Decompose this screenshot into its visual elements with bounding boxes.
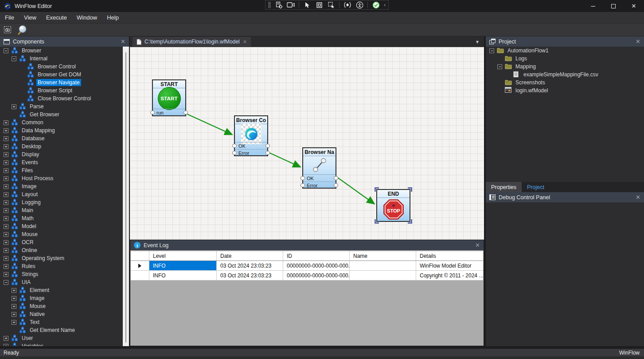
tree-expander[interactable]: + <box>12 320 16 325</box>
port-connector[interactable] <box>301 183 305 187</box>
tree-item[interactable]: + Variables <box>0 342 123 346</box>
column-header-level[interactable]: Level <box>149 251 217 260</box>
port-connector[interactable] <box>183 110 188 114</box>
tree-expander[interactable]: + <box>4 152 8 157</box>
tree-expander[interactable]: + <box>4 248 8 253</box>
tree-expander[interactable]: + <box>4 200 8 205</box>
cell-details[interactable]: WinFlow Model Editor <box>416 261 483 270</box>
tree-expander[interactable]: + <box>4 256 8 261</box>
port-connector[interactable] <box>334 183 338 187</box>
tree-item[interactable]: + Mouse <box>0 230 123 238</box>
node-start[interactable]: START START run <box>152 79 186 116</box>
close-icon[interactable]: ✕ <box>636 194 640 201</box>
tree-expander[interactable]: + <box>12 296 16 301</box>
tree-expander[interactable]: + <box>4 216 8 221</box>
tree-item[interactable]: + Rules <box>0 262 123 270</box>
tree-item[interactable]: − Internal <box>0 55 123 63</box>
tree-item[interactable]: + Main <box>0 206 123 214</box>
menu-help[interactable]: Help <box>102 12 124 23</box>
tree-expander[interactable]: + <box>4 176 8 181</box>
tree-expander[interactable]: + <box>12 304 16 309</box>
port-connector[interactable] <box>150 110 155 114</box>
row-selector-cell[interactable] <box>131 271 149 280</box>
screenshot-icon[interactable] <box>4 26 12 34</box>
cell-details[interactable]: Copyright © 2011 - 2024 ... <box>416 271 483 280</box>
selection-handle[interactable] <box>375 187 379 192</box>
menu-execute[interactable]: Execute <box>41 12 72 23</box>
capture-cursor-icon[interactable] <box>327 1 335 9</box>
camera-icon[interactable] <box>287 1 295 9</box>
port-connector[interactable] <box>265 144 270 148</box>
selection-handle[interactable] <box>408 187 412 192</box>
close-icon[interactable]: ✕ <box>121 38 125 45</box>
tree-item[interactable]: Browser Get DOM <box>0 71 123 79</box>
node-browser-navigate[interactable]: Browser Na OK Error <box>302 147 336 189</box>
tree-item[interactable]: Browser Script <box>0 87 123 95</box>
column-header-name[interactable]: Name <box>350 251 416 260</box>
tree-expander[interactable]: + <box>12 312 16 317</box>
cursor-icon[interactable] <box>303 1 311 9</box>
tree-expander[interactable]: + <box>4 264 8 269</box>
cell-name[interactable] <box>350 261 416 270</box>
port-connector[interactable] <box>301 176 305 180</box>
node-end[interactable]: END STOP <box>376 189 410 222</box>
tree-item[interactable]: + Data Mapping <box>0 126 123 134</box>
menu-file[interactable]: File <box>0 12 19 23</box>
tree-expander[interactable]: + <box>4 232 8 237</box>
magnifier-icon[interactable] <box>17 24 28 36</box>
tree-item[interactable]: + Native <box>0 310 123 318</box>
tree-item[interactable]: + Files <box>0 166 123 174</box>
tree-item[interactable]: + Operating System <box>0 254 123 262</box>
form-target-icon[interactable] <box>275 1 283 9</box>
tree-item[interactable]: − UIA <box>0 278 123 286</box>
column-header-id[interactable]: ID <box>283 251 350 260</box>
cell-id[interactable]: 00000000-0000-0000-000... <box>283 271 350 280</box>
close-button[interactable]: ✕ <box>624 0 644 12</box>
tab-close-icon[interactable]: ✕ <box>243 39 247 45</box>
cell-level[interactable]: INFO <box>149 271 217 280</box>
tree-item[interactable]: + Model <box>0 222 123 230</box>
check-circle-icon[interactable] <box>372 1 380 9</box>
tree-expander[interactable]: + <box>12 288 16 293</box>
cell-date[interactable]: 03 Oct 2024 23:03:23 <box>217 261 283 270</box>
tree-expander[interactable]: + <box>4 224 8 229</box>
menu-window[interactable]: Window <box>72 12 102 23</box>
cell-level[interactable]: INFO <box>149 261 217 270</box>
column-header-date[interactable]: Date <box>217 251 283 260</box>
tree-item[interactable]: + OCR <box>0 238 123 246</box>
tree-item[interactable]: Browser Navigate <box>0 79 123 87</box>
port-connector[interactable] <box>232 144 237 148</box>
tree-expander[interactable]: + <box>4 168 8 173</box>
tree-item[interactable]: + Events <box>0 158 123 166</box>
node-browser-control[interactable]: Browser Co OK Error <box>234 115 268 156</box>
tree-item[interactable]: + Image <box>0 294 123 302</box>
selection-box-icon[interactable] <box>315 1 323 9</box>
tree-item[interactable]: + Mouse <box>0 302 123 310</box>
tab-properties[interactable]: Properties <box>486 182 522 192</box>
tree-expander[interactable]: + <box>4 192 8 197</box>
tree-expander[interactable]: − <box>4 280 8 285</box>
cell-date[interactable]: 03 Oct 2024 23:03:23 <box>217 271 283 280</box>
tree-expander[interactable]: + <box>4 120 8 125</box>
tree-expander[interactable]: + <box>4 336 8 341</box>
tree-item[interactable]: + Math <box>0 214 123 222</box>
tree-expander[interactable]: − <box>497 64 502 69</box>
tree-item[interactable]: Get Element Name <box>0 326 123 334</box>
tree-item[interactable]: + Text <box>0 318 123 326</box>
tree-item[interactable]: login.wfModel <box>486 87 644 95</box>
tab-project[interactable]: Project <box>522 182 550 192</box>
table-row[interactable]: INFO 03 Oct 2024 23:03:23 00000000-0000-… <box>131 261 483 271</box>
flow-canvas[interactable]: START START run Browser Co <box>130 47 484 240</box>
tree-expander[interactable]: − <box>4 48 8 53</box>
cell-id[interactable]: 00000000-0000-0000-000... <box>283 261 350 270</box>
components-scrollbar[interactable] <box>123 47 129 346</box>
tree-item[interactable]: + User <box>0 334 123 342</box>
tree-item[interactable]: + Logging <box>0 198 123 206</box>
tree-item[interactable]: + Common <box>0 118 123 126</box>
row-selector-cell[interactable] <box>131 261 149 270</box>
tree-item[interactable]: − AutomationFlow1 <box>486 47 644 55</box>
port-connector[interactable] <box>334 176 338 180</box>
tree-item[interactable]: + Element <box>0 286 123 294</box>
motion-sensor-icon[interactable] <box>343 1 351 9</box>
document-tab[interactable]: C:\temp\AutomationFlow1\login.wfModel ✕ <box>133 37 251 47</box>
